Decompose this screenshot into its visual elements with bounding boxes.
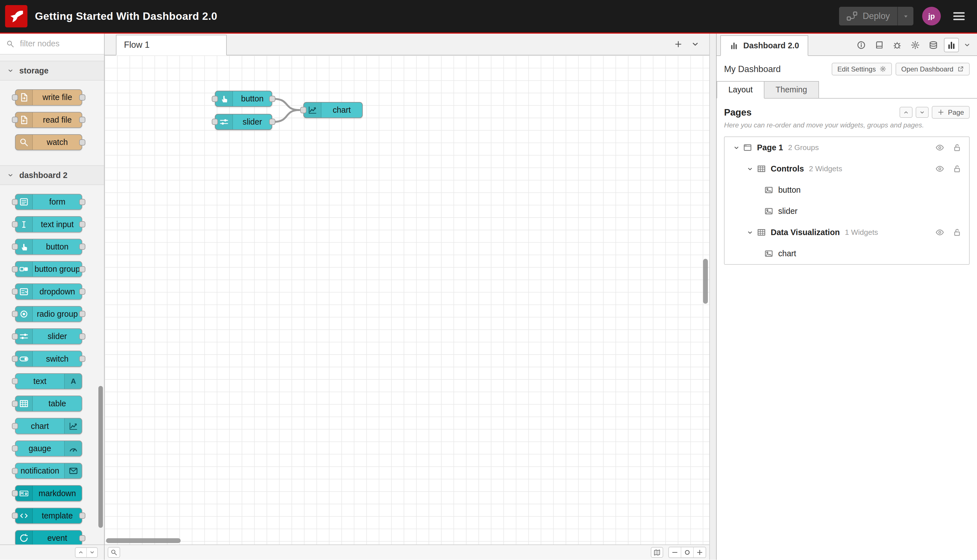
chevron-up-icon: [78, 550, 84, 555]
palette-node-form[interactable]: form: [15, 194, 82, 210]
palette-node-button[interactable]: button: [15, 239, 82, 255]
palette-search-input[interactable]: [18, 38, 98, 49]
tree-row-page-1[interactable]: Page 1 2 Groups: [725, 137, 969, 158]
collapse-all-pages-button[interactable]: [900, 107, 912, 118]
lock-toggle-icon[interactable]: [953, 143, 962, 152]
tab-layout[interactable]: Layout: [716, 81, 765, 98]
config-nodes-sidebar-button[interactable]: [908, 38, 923, 52]
zoom-in-button[interactable]: [693, 547, 706, 557]
info-sidebar-button[interactable]: [854, 38, 869, 52]
tree-row-group-data-visualization[interactable]: Data Visualization 1 Widgets: [725, 222, 969, 243]
palette-category-dashboard-2-header[interactable]: dashboard 2: [0, 165, 104, 185]
node-output-port[interactable]: [269, 96, 276, 102]
tab-flow-1[interactable]: Flow 1: [116, 35, 227, 55]
user-avatar[interactable]: jp: [922, 7, 941, 25]
external-link-icon: [957, 65, 964, 72]
debug-sidebar-button[interactable]: [890, 38, 905, 52]
palette-category-dashboard-2: dashboard 2 form text input: [0, 165, 104, 544]
node-input-port: [12, 468, 18, 474]
group-icon: [757, 228, 766, 237]
palette-node-slider[interactable]: slider: [15, 328, 82, 344]
open-dashboard-button[interactable]: Open Dashboard: [895, 63, 969, 75]
tree-item-label: slider: [778, 207, 797, 216]
palette-node-event[interactable]: event: [15, 530, 82, 545]
deploy-button[interactable]: Deploy: [839, 7, 914, 25]
palette-node-template[interactable]: template: [15, 508, 82, 524]
palette-category-storage-header[interactable]: storage: [0, 61, 104, 80]
sidebar-menu-button[interactable]: [962, 38, 972, 52]
deploy-options-button[interactable]: [897, 7, 914, 25]
node-input-port[interactable]: [212, 119, 218, 125]
palette-node-read-file[interactable]: read file: [15, 112, 82, 128]
edit-settings-button[interactable]: Edit Settings: [832, 63, 892, 75]
dashboard-sidebar-button[interactable]: [944, 38, 959, 52]
collapse-group-button[interactable]: [747, 230, 757, 236]
template-icon: [15, 508, 33, 523]
node-output-port: [79, 94, 85, 101]
palette-node-table[interactable]: table: [15, 395, 82, 412]
node-red-logo[interactable]: [5, 5, 27, 27]
palette-category-storage: storage write file read file: [0, 61, 104, 159]
help-sidebar-button[interactable]: [872, 38, 887, 52]
main-menu-button[interactable]: [950, 7, 968, 25]
canvas-node-slider[interactable]: slider: [215, 114, 272, 130]
sidebar-tab-dashboard[interactable]: Dashboard 2.0: [720, 35, 808, 56]
zoom-reset-button[interactable]: [681, 547, 693, 557]
palette-node-dropdown[interactable]: dropdown: [15, 283, 82, 300]
edit-settings-label: Edit Settings: [837, 65, 876, 73]
visibility-toggle-icon[interactable]: [935, 165, 944, 173]
lock-toggle-icon[interactable]: [953, 228, 962, 237]
palette-collapse-all-button[interactable]: [75, 548, 86, 557]
dashboard-header-row: My Dashboard Edit Settings Open Dashboar…: [716, 56, 977, 81]
canvas-vertical-scrollbar-thumb[interactable]: [703, 259, 708, 304]
flow-tab-label: Flow 1: [124, 40, 150, 50]
palette-node-notification[interactable]: notification: [15, 463, 82, 479]
tree-row-group-controls[interactable]: Controls 2 Widgets: [725, 158, 969, 179]
tree-row-widget-button[interactable]: button: [725, 179, 969, 201]
palette-node-watch[interactable]: watch: [15, 134, 82, 150]
collapse-page-button[interactable]: [733, 145, 743, 151]
node-input-port[interactable]: [300, 107, 306, 113]
chevron-up-icon: [903, 110, 909, 115]
canvas-node-chart[interactable]: chart: [303, 102, 362, 118]
group-icon: [757, 165, 766, 173]
lock-toggle-icon[interactable]: [953, 165, 962, 173]
visibility-toggle-icon[interactable]: [935, 143, 944, 152]
flow-list-button[interactable]: [691, 40, 700, 48]
palette-node-text-input[interactable]: text input: [15, 216, 82, 232]
palette-node-radio-group[interactable]: radio group: [15, 306, 82, 322]
palette-node-write-file[interactable]: write file: [15, 89, 82, 105]
add-flow-button[interactable]: [674, 40, 682, 48]
read-file-icon: [15, 112, 33, 127]
button-icon: [15, 239, 33, 254]
palette-node-switch[interactable]: switch: [15, 351, 82, 367]
expand-all-pages-button[interactable]: [916, 107, 929, 118]
collapse-group-button[interactable]: [747, 166, 757, 172]
deploy-button-main[interactable]: Deploy: [839, 7, 897, 25]
node-input-port[interactable]: [212, 96, 218, 102]
palette-node-chart[interactable]: chart: [15, 418, 82, 434]
context-data-sidebar-button[interactable]: [926, 38, 941, 52]
canvas-horizontal-scrollbar-thumb[interactable]: [106, 538, 180, 543]
tree-row-widget-chart[interactable]: chart: [725, 243, 969, 264]
node-input-port: [12, 117, 18, 123]
navigator-toggle-button[interactable]: [651, 547, 663, 557]
palette-node-gauge[interactable]: gauge: [15, 440, 82, 457]
palette-node-button-group[interactable]: button group: [15, 261, 82, 277]
palette-expand-all-button[interactable]: [86, 548, 97, 557]
flow-canvas[interactable]: button slider chart: [105, 55, 709, 545]
palette-node-markdown[interactable]: markdown: [15, 485, 82, 501]
visibility-toggle-icon[interactable]: [935, 228, 944, 237]
add-page-button[interactable]: Page: [932, 106, 969, 119]
palette-node-text[interactable]: A text: [15, 373, 82, 389]
canvas-node-button[interactable]: button: [215, 91, 272, 107]
sidebar-resizer[interactable]: [709, 33, 716, 560]
tree-row-widget-slider[interactable]: slider: [725, 201, 969, 222]
chevron-down-icon: [747, 166, 753, 172]
node-output-port: [79, 288, 85, 295]
zoom-out-button[interactable]: [669, 547, 681, 557]
palette-scrollbar-thumb[interactable]: [99, 386, 103, 528]
tab-theming[interactable]: Theming: [764, 81, 819, 98]
search-flows-button[interactable]: [108, 547, 120, 557]
node-output-port[interactable]: [269, 119, 276, 125]
